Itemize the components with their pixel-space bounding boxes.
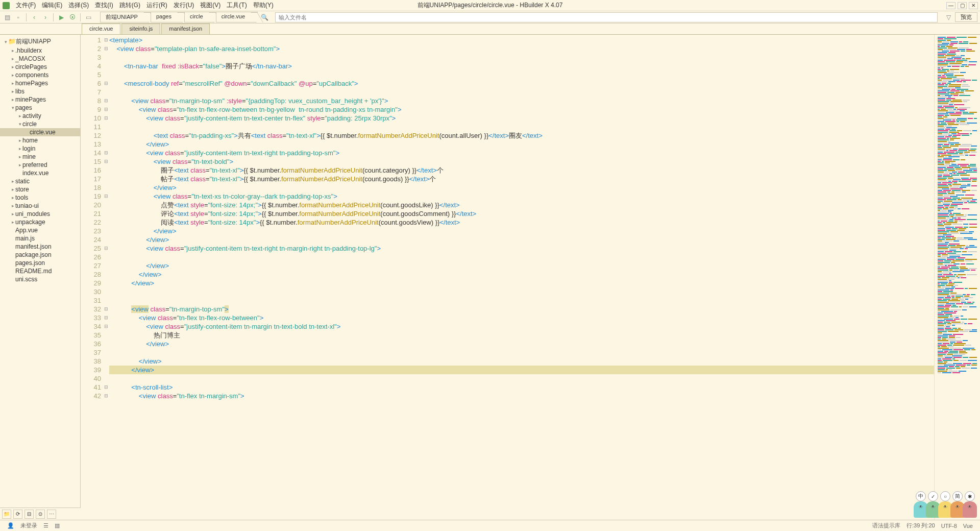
file-search-input[interactable] [275, 12, 938, 22]
tree-node[interactable]: ▸ tools [0, 194, 80, 202]
close-button[interactable]: ✕ [969, 2, 978, 9]
breadcrumb-item[interactable]: pages [151, 12, 184, 22]
minimize-button[interactable]: — [946, 2, 955, 9]
menu-item[interactable]: 编辑(E) [39, 1, 65, 10]
tree-node[interactable]: App.vue [0, 226, 80, 234]
minimap[interactable] [934, 35, 980, 521]
tree-node[interactable]: package.json [0, 251, 80, 259]
more-icon[interactable]: ⋯ [47, 510, 56, 519]
preview-button[interactable]: 预览 [955, 12, 977, 22]
tree-node[interactable]: ▸ homePages [0, 79, 80, 87]
encoding[interactable]: UTF-8 [941, 523, 957, 529]
folder-icon[interactable]: 📁 [2, 510, 11, 519]
tree-node[interactable]: ▸ store [0, 185, 80, 194]
tree-node[interactable]: ▸ mine [0, 153, 80, 161]
breadcrumb-item[interactable]: 前端UNIAPP [100, 12, 151, 22]
locate-icon[interactable]: ⊙ [36, 510, 45, 519]
editor-tab[interactable]: circle.vue [82, 23, 120, 34]
mascot-cat[interactable]: ✱ [963, 501, 977, 518]
tree-node[interactable]: ▸ login [0, 144, 80, 153]
tree-node[interactable]: ▾ circle [0, 120, 80, 128]
menu-item[interactable]: 文件(F) [13, 1, 39, 10]
maximize-button[interactable]: ▢ [958, 2, 967, 9]
menu-item[interactable]: 选择(S) [65, 1, 92, 10]
breadcrumb-item[interactable]: circle [184, 12, 216, 22]
sidebar-toolbar: 📁 ⟳ ⊟ ⊙ ⋯ [0, 508, 81, 520]
editor-tabs: circle.vuesiteinfo.jsmanifest.json [0, 23, 980, 35]
tree-node[interactable]: uni.scss [0, 275, 80, 283]
tree-node[interactable]: ▸ minePages [0, 95, 80, 104]
file-explorer[interactable]: ▾ 📁前端UNIAPP▸ .hbuilderx▸ _MACOSX▸ circle… [0, 35, 81, 521]
tree-node[interactable]: ▸ uni_modules [0, 210, 80, 218]
status-bar: 👤 未登录 ☰ ▥ 语法提示库 行:39 列:20 UTF-8 Vue [0, 520, 980, 531]
tree-node[interactable]: pages.json [0, 259, 80, 267]
code-editor[interactable]: 1234567891011121314151617181920212223242… [81, 35, 980, 521]
tree-node[interactable]: circle.vue [0, 128, 80, 136]
tree-node[interactable]: ▸ home [0, 136, 80, 144]
back-icon[interactable]: ‹ [30, 13, 39, 22]
tree-node[interactable]: ▸ libs [0, 87, 80, 95]
tree-node[interactable]: ▸ static [0, 177, 80, 185]
tree-node[interactable]: ▸ .hbuilderx [0, 46, 80, 55]
toolbar: ▤ ▫ ‹ › ▶ ⦿ ▭ 前端UNIAPPpagescirclecircle.… [0, 11, 980, 23]
sync-icon[interactable]: ⟳ [13, 510, 22, 519]
collapse-icon[interactable]: ⊟ [24, 510, 34, 519]
tree-node[interactable]: ▸ activity [0, 112, 80, 120]
filter-icon[interactable]: ▽ [944, 13, 953, 22]
tree-node[interactable]: ▸ unpackage [0, 218, 80, 226]
editor-tab[interactable]: manifest.json [161, 23, 210, 34]
tree-node[interactable]: index.vue [0, 169, 80, 177]
menu-item[interactable]: 视图(V) [197, 1, 224, 10]
forward-icon[interactable]: › [41, 13, 50, 22]
tree-node[interactable]: ▸ tuniao-ui [0, 202, 80, 210]
tree-node[interactable]: manifest.json [0, 243, 80, 251]
menu-item[interactable]: 帮助(Y) [250, 1, 277, 10]
menu-item[interactable]: 工具(T) [224, 1, 250, 10]
panel-icon[interactable]: ▥ [55, 522, 60, 529]
save-icon[interactable]: ▫ [14, 13, 23, 22]
breadcrumb-item[interactable]: circle.vue [216, 12, 258, 22]
editor-tab[interactable]: siteinfo.js [121, 23, 160, 34]
tree-node[interactable]: README.md [0, 267, 80, 275]
stop-icon[interactable]: ⦿ [68, 13, 77, 22]
window-title: 前端UNIAPP/pages/circle/circle.vue - HBuil… [418, 1, 563, 10]
run-icon[interactable]: ▶ [57, 13, 66, 22]
tree-node[interactable]: ▸ preferred [0, 161, 80, 169]
menu-bar: 文件(F)编辑(E)选择(S)查找(I)跳转(G)运行(R)发行(U)视图(V)… [0, 0, 980, 11]
tree-node[interactable]: ▾ pages [0, 104, 80, 112]
app-logo [3, 2, 10, 9]
language-mode[interactable]: Vue [963, 523, 973, 529]
tree-node[interactable]: ▸ _MACOSX [0, 55, 80, 63]
menu-item[interactable]: 发行(U) [170, 1, 198, 10]
terminal-icon[interactable]: ▭ [84, 13, 93, 22]
user-icon[interactable]: 👤 [7, 522, 14, 529]
list-icon[interactable]: ☰ [43, 522, 48, 529]
menu-item[interactable]: 查找(I) [92, 1, 116, 10]
new-file-icon[interactable]: ▤ [3, 13, 12, 22]
mascot-cats: 中✓○简✱ [916, 501, 977, 518]
menu-item[interactable]: 运行(R) [143, 1, 170, 10]
menu-item[interactable]: 跳转(G) [116, 1, 143, 10]
cursor-position: 行:39 列:20 [906, 522, 935, 529]
tree-node[interactable]: main.js [0, 234, 80, 243]
syntax-lib[interactable]: 语法提示库 [872, 522, 900, 529]
tree-node[interactable]: ▸ circlePages [0, 63, 80, 71]
login-status[interactable]: 未登录 [20, 522, 37, 529]
tree-node[interactable]: ▸ components [0, 71, 80, 79]
tree-node[interactable]: ▾ 📁前端UNIAPP [0, 37, 80, 46]
